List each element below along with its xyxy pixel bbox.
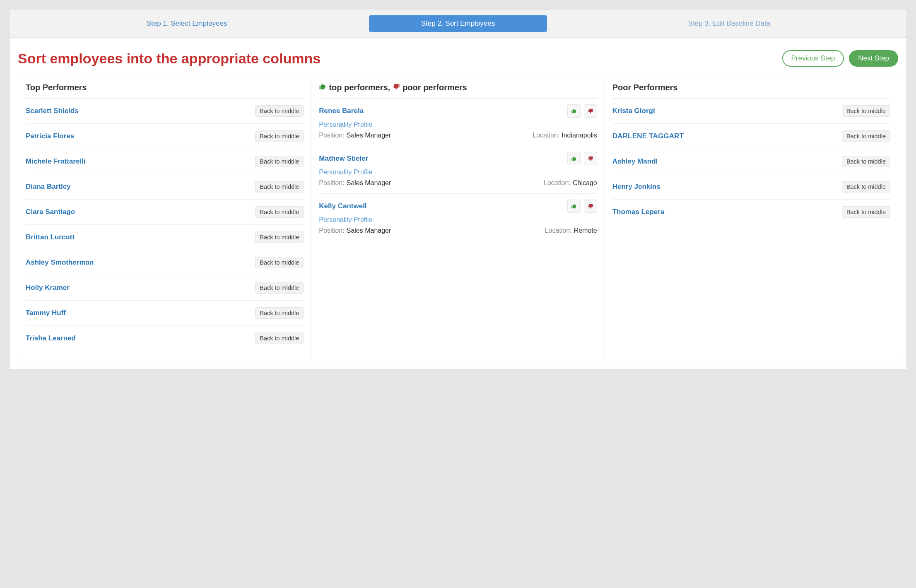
employee-name-link[interactable]: Trisha Learned bbox=[26, 334, 76, 342]
middle-column: top performers, poor performers Renee Ba… bbox=[311, 75, 604, 361]
back-to-middle-button[interactable]: Back to middle bbox=[842, 206, 890, 218]
back-to-middle-button[interactable]: Back to middle bbox=[255, 231, 304, 243]
list-item: Ciara SantiagoBack to middle bbox=[26, 200, 304, 225]
back-to-middle-button[interactable]: Back to middle bbox=[255, 156, 304, 167]
position-value: Sales Manager bbox=[347, 227, 391, 234]
employee-name-link[interactable]: Diana Bartley bbox=[26, 183, 71, 191]
list-item: Trisha LearnedBack to middle bbox=[26, 326, 304, 351]
back-to-middle-button[interactable]: Back to middle bbox=[255, 257, 304, 268]
top-performers-title: Top Performers bbox=[26, 83, 304, 99]
thumb-up-button[interactable] bbox=[567, 200, 581, 213]
list-item: Mathew StielerPersonality ProfilePositio… bbox=[319, 146, 597, 194]
employee-meta: Position:Sales ManagerLocation:Indianapo… bbox=[319, 132, 597, 139]
thumb-up-button[interactable] bbox=[567, 152, 581, 165]
employee-name-link[interactable]: Tammy Huff bbox=[26, 309, 66, 317]
list-item: Renee BarelaPersonality ProfilePosition:… bbox=[319, 99, 597, 146]
employee-name-link[interactable]: Ciara Santiago bbox=[26, 208, 75, 216]
employee-name-link[interactable]: Ashley Mandl bbox=[612, 157, 658, 166]
employee-name-link[interactable]: Kelly Cantwell bbox=[319, 202, 564, 210]
list-item: Kelly CantwellPersonality ProfilePositio… bbox=[319, 194, 597, 241]
personality-profile-link[interactable]: Personality Profile bbox=[319, 216, 597, 224]
location-label: Location: bbox=[544, 179, 571, 187]
thumb-down-button[interactable] bbox=[584, 152, 597, 165]
poor-performers-list: Krista GiorgiBack to middleDARLENE TAGGA… bbox=[612, 99, 890, 224]
thumb-down-icon bbox=[588, 203, 593, 209]
employee-name-link[interactable]: Thomas Lepera bbox=[612, 208, 665, 216]
location-value: Remote bbox=[574, 227, 597, 234]
location-label: Location: bbox=[533, 132, 559, 139]
employee-name-link[interactable]: Holly Kramer bbox=[26, 284, 70, 292]
employee-meta: Position:Sales ManagerLocation:Chicago bbox=[319, 179, 597, 187]
position-label: Position: bbox=[319, 227, 344, 234]
back-to-middle-button[interactable]: Back to middle bbox=[255, 307, 304, 319]
location-field: Location:Chicago bbox=[544, 179, 597, 187]
list-item-header: Renee Barela bbox=[319, 104, 597, 118]
personality-profile-link[interactable]: Personality Profile bbox=[319, 169, 597, 176]
step-edit-baseline[interactable]: Step 3. Edit Baseline Data bbox=[552, 10, 906, 37]
employee-name-link[interactable]: Mathew Stieler bbox=[319, 154, 564, 163]
back-to-middle-button[interactable]: Back to middle bbox=[255, 130, 304, 142]
back-to-middle-button[interactable]: Back to middle bbox=[842, 105, 890, 117]
employee-name-link[interactable]: Henry Jenkins bbox=[612, 183, 660, 191]
poor-performers-column: Poor Performers Krista GiorgiBack to mid… bbox=[605, 75, 898, 361]
back-to-middle-button[interactable]: Back to middle bbox=[255, 333, 304, 344]
middle-title-suffix: poor performers bbox=[403, 83, 467, 92]
location-value: Indianapolis bbox=[562, 132, 597, 139]
thumb-down-button[interactable] bbox=[584, 104, 597, 118]
back-to-middle-button[interactable]: Back to middle bbox=[842, 130, 890, 142]
thumb-down-icon bbox=[393, 83, 400, 92]
list-item: Holly KramerBack to middle bbox=[26, 275, 304, 301]
employee-name-link[interactable]: Krista Giorgi bbox=[612, 107, 655, 115]
top-performers-column: Top Performers Scarlett ShieldsBack to m… bbox=[18, 75, 311, 361]
thumb-down-icon bbox=[588, 108, 593, 114]
page-container: Step 1. Select Employees Step 2. Sort Em… bbox=[9, 9, 907, 370]
back-to-middle-button[interactable]: Back to middle bbox=[842, 156, 890, 167]
thumb-down-button[interactable] bbox=[584, 200, 597, 213]
personality-profile-link[interactable]: Personality Profile bbox=[319, 121, 597, 128]
employee-name-link[interactable]: Brittan Lurcott bbox=[26, 233, 75, 241]
poor-performers-title: Poor Performers bbox=[612, 83, 890, 99]
employee-name-link[interactable]: Ashley Smotherman bbox=[26, 258, 94, 267]
thumb-up-button[interactable] bbox=[567, 104, 581, 118]
position-label: Position: bbox=[319, 132, 344, 139]
back-to-middle-button[interactable]: Back to middle bbox=[842, 181, 890, 193]
list-item-header: Mathew Stieler bbox=[319, 152, 597, 165]
middle-title-prefix: top performers, bbox=[329, 83, 390, 92]
back-to-middle-button[interactable]: Back to middle bbox=[255, 181, 304, 193]
list-item-header: Kelly Cantwell bbox=[319, 200, 597, 213]
position-label: Position: bbox=[319, 179, 344, 187]
employee-meta: Position:Sales ManagerLocation:Remote bbox=[319, 227, 597, 234]
middle-column-title: top performers, poor performers bbox=[319, 83, 597, 99]
position-value: Sales Manager bbox=[347, 132, 391, 139]
employee-name-link[interactable]: DARLENE TAGGART bbox=[612, 132, 684, 140]
list-item: Patricia FloresBack to middle bbox=[26, 124, 304, 149]
position-field: Position:Sales Manager bbox=[319, 179, 544, 187]
thumb-up-icon bbox=[319, 83, 326, 92]
middle-list: Renee BarelaPersonality ProfilePosition:… bbox=[319, 99, 597, 241]
back-to-middle-button[interactable]: Back to middle bbox=[255, 282, 304, 294]
previous-step-button[interactable]: Previous Step bbox=[782, 50, 844, 67]
list-item: Thomas LeperaBack to middle bbox=[612, 200, 890, 224]
header-row: Sort employees into the appropriate colu… bbox=[10, 38, 906, 75]
list-item: Brittan LurcottBack to middle bbox=[26, 225, 304, 250]
next-step-button[interactable]: Next Step bbox=[849, 50, 898, 67]
employee-name-link[interactable]: Renee Barela bbox=[319, 107, 564, 115]
employee-name-link[interactable]: Patricia Flores bbox=[26, 132, 74, 140]
list-item: Scarlett ShieldsBack to middle bbox=[26, 99, 304, 124]
position-value: Sales Manager bbox=[347, 179, 391, 187]
page-title: Sort employees into the appropriate colu… bbox=[18, 51, 777, 67]
list-item: Henry JenkinsBack to middle bbox=[612, 174, 890, 200]
step-sort-employees[interactable]: Step 2. Sort Employees bbox=[369, 15, 547, 32]
list-item: Diana BartleyBack to middle bbox=[26, 174, 304, 200]
thumb-up-icon bbox=[571, 156, 577, 161]
location-field: Location:Remote bbox=[545, 227, 597, 234]
location-value: Chicago bbox=[573, 179, 597, 187]
step-select-employees[interactable]: Step 1. Select Employees bbox=[10, 10, 364, 37]
employee-name-link[interactable]: Scarlett Shields bbox=[26, 107, 79, 115]
back-to-middle-button[interactable]: Back to middle bbox=[255, 206, 304, 218]
employee-name-link[interactable]: Michele Frattarelli bbox=[26, 157, 86, 166]
location-field: Location:Indianapolis bbox=[533, 132, 597, 139]
back-to-middle-button[interactable]: Back to middle bbox=[255, 105, 304, 117]
list-item: Ashley MandlBack to middle bbox=[612, 149, 890, 174]
position-field: Position:Sales Manager bbox=[319, 227, 545, 234]
